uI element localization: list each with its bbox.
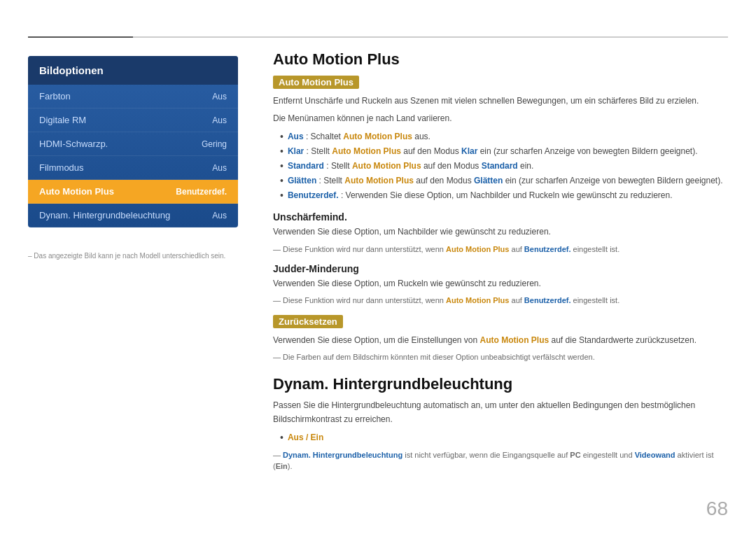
- top-divider-accent: [28, 36, 133, 38]
- section1-intro2: Die Menünamen können je nach Land variie…: [273, 112, 728, 125]
- bullet-benutzerdef: • Benutzerdef. : Verwenden Sie diese Opt…: [280, 188, 728, 203]
- page-number: 68: [706, 498, 728, 520]
- sidebar-item-farbton[interactable]: Farbton Aus: [28, 85, 238, 108]
- sidebar-item-dynam[interactable]: Dynam. Hintergrundbeleuchtung Aus: [28, 204, 238, 227]
- bullet-glatten: • Glätten : Stellt Auto Motion Plus auf …: [280, 174, 728, 188]
- subsection-unscharf-note: — Diese Funktion wird nur dann unterstüt…: [273, 244, 728, 255]
- sidebar-label-hdmi: HDMI-Schwarzp.: [39, 139, 108, 149]
- sidebar-item-digitale[interactable]: Digitale RM Aus: [28, 108, 238, 132]
- section1-highlight: Auto Motion Plus: [273, 76, 359, 89]
- zurück-note: — Die Farben auf dem Bildschirm könnten …: [273, 351, 728, 363]
- section1-bullets: • Aus : Schaltet Auto Motion Plus aus. •…: [280, 129, 728, 203]
- sidebar-value-dynam: Aus: [212, 211, 227, 220]
- bullet-aus-ein-text: Aus / Ein: [288, 430, 323, 444]
- zurück-highlight-wrapper: Zurücksetzen: [273, 315, 728, 334]
- sidebar-label-automotion: Auto Motion Plus: [39, 186, 114, 197]
- sidebar-item-filmmodus[interactable]: Filmmodus Aus: [28, 156, 238, 180]
- sidebar-label-digitale: Digitale RM: [39, 115, 86, 125]
- sidebar-item-hdmi[interactable]: HDMI-Schwarzp. Gering: [28, 132, 238, 156]
- subsection-judder-title: Judder-Minderung: [273, 263, 728, 274]
- bullet-klar: • Klar : Stellt Auto Motion Plus auf den…: [280, 144, 728, 159]
- sidebar-label-filmmodus: Filmmodus: [39, 162, 84, 173]
- sidebar-value-automotion: Benutzerdef.: [176, 187, 227, 197]
- section1-intro: Entfernt Unschärfe und Ruckeln aus Szene…: [273, 94, 728, 108]
- bullet-standard: • Standard : Stellt Auto Motion Plus auf…: [280, 159, 728, 174]
- section2-bullets: • Aus / Ein: [280, 430, 728, 445]
- sidebar-item-automotion[interactable]: Auto Motion Plus Benutzerdef.: [28, 180, 238, 204]
- section2-title: Dynam. Hintergrundbeleuchtung: [273, 375, 728, 393]
- section2-note: — Dynam. Hintergrundbeleuchtung ist nich…: [273, 449, 728, 472]
- sidebar-value-farbton: Aus: [212, 92, 227, 101]
- sidebar-header: Bildoptionen: [28, 56, 238, 85]
- zurück-highlight: Zurücksetzen: [273, 315, 343, 328]
- sidebar-menu: Bildoptionen Farbton Aus Digitale RM Aus…: [28, 56, 238, 227]
- sidebar-value-hdmi: Gering: [202, 139, 227, 149]
- subsection-judder-body: Verwenden Sie diese Option, um Ruckeln w…: [273, 277, 728, 290]
- zurück-body: Verwenden Sie diese Option, um die Einst…: [273, 334, 728, 347]
- sidebar-label-dynam: Dynam. Hintergrundbeleuchtung: [39, 210, 170, 220]
- sidebar-value-filmmodus: Aus: [212, 163, 227, 173]
- top-divider-full: [28, 36, 728, 38]
- subsection-unscharf-title: Unschärfemind.: [273, 211, 728, 223]
- subsection-judder-note: — Diese Funktion wird nur dann unterstüt…: [273, 295, 728, 307]
- main-content: Auto Motion Plus Auto Motion Plus Entfer…: [273, 50, 728, 506]
- bullet-aus-ein: • Aus / Ein: [280, 430, 728, 445]
- bullet-aus: • Aus : Schaltet Auto Motion Plus aus.: [280, 129, 728, 144]
- section2-body: Passen Sie die Hintergrundbeleuchtung au…: [273, 399, 728, 426]
- sidebar-note: – Das angezeigte Bild kann je nach Model…: [28, 252, 238, 260]
- sidebar-value-digitale: Aus: [212, 115, 227, 125]
- sidebar-label-farbton: Farbton: [39, 91, 71, 101]
- section1-title: Auto Motion Plus: [273, 50, 728, 69]
- subsection-unscharf-body: Verwenden Sie diese Option, um Nachbilde…: [273, 225, 728, 239]
